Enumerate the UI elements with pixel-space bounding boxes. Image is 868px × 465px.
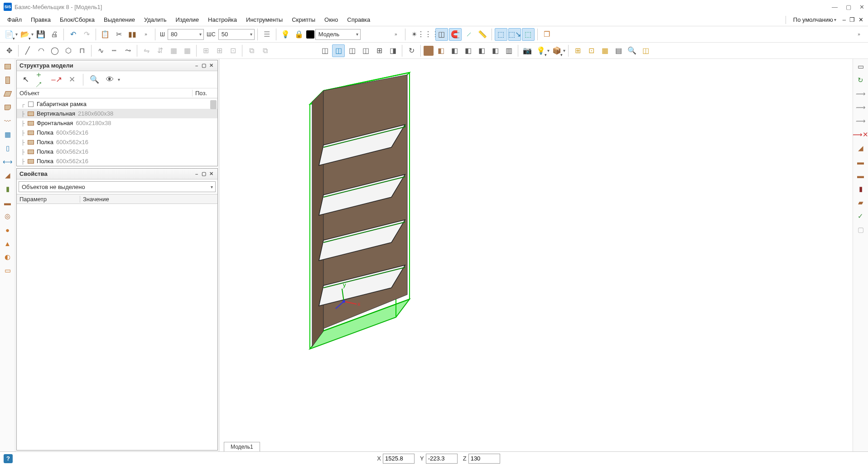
view-combo[interactable]: ⊞ <box>373 44 386 57</box>
menu-scripts[interactable]: Скрипты <box>287 15 320 25</box>
cut-button[interactable]: ✂ <box>112 28 125 41</box>
right-tool-11[interactable]: ▰ <box>855 197 867 208</box>
cube-1[interactable]: ◧ <box>434 44 447 57</box>
toolbar-overflow-2[interactable]: » <box>390 28 402 41</box>
right-tool-9[interactable]: ▬ <box>855 170 867 181</box>
width-input[interactable]: 80 <box>168 29 204 40</box>
facade-icon[interactable]: ▮ <box>2 183 14 195</box>
cube-4[interactable]: ◧ <box>475 44 488 57</box>
material-button[interactable] <box>424 46 434 56</box>
layers-button[interactable]: ☰ <box>260 28 273 41</box>
menu-settings[interactable]: Настройка <box>203 15 241 25</box>
panel-close-icon[interactable]: ✕ <box>207 63 215 68</box>
group-tool[interactable]: ⧉ <box>245 44 258 57</box>
mirror-h[interactable]: ⇋ <box>140 44 153 57</box>
view-tool-3[interactable]: ⬚ <box>522 28 535 41</box>
toolbar-overflow-1[interactable]: » <box>140 28 152 41</box>
print-button[interactable]: 🖨 <box>48 28 61 41</box>
lock-toggle[interactable]: 🔒 <box>293 28 305 41</box>
dashed-tool[interactable]: ┉ <box>108 44 121 57</box>
cube-2[interactable]: ◧ <box>448 44 461 57</box>
hole-icon[interactable]: ◎ <box>2 210 14 222</box>
extrude-icon[interactable]: ◢ <box>2 170 14 181</box>
menu-tools[interactable]: Инструменты <box>241 15 287 25</box>
menu-product[interactable]: Изделие <box>171 15 203 25</box>
toolbar-overflow-3[interactable]: » <box>853 28 865 41</box>
tree-body[interactable]: ┌Габаритная рамка├Вертикальная2180x600x3… <box>17 98 217 166</box>
right-tool-2[interactable]: ↻ <box>855 74 867 86</box>
panel-tool-4[interactable]: ▤ <box>612 44 625 57</box>
view-left[interactable]: ◫ <box>332 44 345 57</box>
doc-minimize-button[interactable]: – <box>843 16 846 23</box>
coord-z-input[interactable] <box>468 454 500 464</box>
circle-tool[interactable]: ◯ <box>48 44 61 57</box>
props-close-icon[interactable]: ✕ <box>207 171 215 177</box>
close-button[interactable]: ✕ <box>859 4 864 10</box>
array-2[interactable]: ⊞ <box>213 44 226 57</box>
copy-button[interactable]: 📋 <box>99 28 111 41</box>
tree-row[interactable]: ├Вертикальная2180x600x38 <box>17 109 217 118</box>
right-tool-7[interactable]: ◢ <box>855 142 867 154</box>
tree-row[interactable]: ├Фронтальная600x2180x38 <box>17 118 217 128</box>
line-tool[interactable]: ╱ <box>21 44 34 57</box>
tree-row[interactable]: ├Полка600x562x16 <box>17 137 217 147</box>
profile-icon[interactable]: ▯ <box>2 142 14 154</box>
door-tool-button[interactable]: ▮▮ <box>126 28 139 41</box>
box-icon[interactable]: ◐ <box>2 251 14 263</box>
panel-f-icon[interactable] <box>2 88 14 100</box>
panel-h-icon[interactable] <box>2 61 14 73</box>
panel-minimize-icon[interactable]: – <box>193 63 200 68</box>
polygon-tool[interactable]: ⬡ <box>62 44 75 57</box>
doc-close-button[interactable]: ✕ <box>858 16 863 23</box>
right-tool-1[interactable]: ▭ <box>855 61 867 73</box>
screw-2-icon[interactable]: ⟿ <box>855 102 867 113</box>
props-restore-icon[interactable]: ▢ <box>200 171 207 177</box>
step-input[interactable]: 50 <box>218 29 255 40</box>
screw-1-icon[interactable]: ⟿ <box>855 88 867 100</box>
menu-delete[interactable]: Удалить <box>140 15 171 25</box>
color-swatch[interactable] <box>306 30 314 39</box>
array-3[interactable]: ⊡ <box>227 44 239 57</box>
tree-row[interactable]: ├Полка600x562x16 <box>17 156 217 166</box>
edge-icon[interactable]: ⟷ <box>2 156 14 168</box>
tree-row[interactable]: ├Полка600x562x16 <box>17 128 217 137</box>
panel-tool-1[interactable]: ⊞ <box>571 44 584 57</box>
panel-tool-3[interactable]: ▦ <box>598 44 611 57</box>
measure-button[interactable]: 📏 <box>476 28 489 41</box>
open-button[interactable]: 📂 <box>19 28 31 41</box>
grid-toggle[interactable]: ⋮⋮⋮ <box>422 28 434 41</box>
curve-tool[interactable]: ∿ <box>94 44 107 57</box>
coord-tool[interactable]: ✥ <box>3 44 15 57</box>
ungroup-tool[interactable]: ⧉ <box>259 44 271 57</box>
maximize-button[interactable]: ▢ <box>846 4 851 10</box>
cube-6[interactable]: ▥ <box>502 44 515 57</box>
undo-button[interactable]: ↶ <box>67 28 79 41</box>
right-tool-13[interactable]: ▢ <box>855 224 867 236</box>
save-button[interactable]: 💾 <box>34 28 47 41</box>
view-tool-2[interactable]: ⬚↘ <box>508 28 521 41</box>
duplicate-button[interactable]: ❐ <box>540 28 553 41</box>
section-icon[interactable]: ▦ <box>2 129 14 140</box>
menu-help[interactable]: Справка <box>342 15 375 25</box>
screw-del-icon[interactable]: ⟿✕ <box>855 129 867 140</box>
bracket-tool[interactable]: ⊓ <box>76 44 88 57</box>
pattern-2[interactable]: ▦ <box>181 44 193 57</box>
tree-add-icon[interactable]: ＋↗ <box>35 73 48 86</box>
view-front[interactable]: ◫ <box>318 44 331 57</box>
array-1[interactable]: ⊞ <box>199 44 212 57</box>
tree-row[interactable]: ┌Габаритная рамка <box>17 99 217 109</box>
magnet-toggle[interactable]: 🧲 <box>449 28 462 41</box>
cone-icon[interactable]: ▲ <box>2 237 14 249</box>
viewport-3d[interactable]: x y Модель1 <box>219 59 853 451</box>
view-top[interactable]: ◫ <box>346 44 358 57</box>
props-selector-combo[interactable]: Объектов не выделено <box>19 181 216 192</box>
panel-tool-2[interactable]: ⊡ <box>585 44 598 57</box>
menu-block[interactable]: Блок/Сборка <box>55 15 99 25</box>
panel-bent-icon[interactable]: 〰 <box>2 115 14 127</box>
light-toggle[interactable]: 💡 <box>279 28 292 41</box>
tree-visibility-icon[interactable]: 👁 <box>103 73 116 86</box>
box-dropdown[interactable]: 📦 <box>550 44 563 57</box>
scheme-dropdown[interactable]: По умолчанию▾ <box>789 15 841 25</box>
rod-icon[interactable]: ▬ <box>2 197 14 208</box>
snap-toggle[interactable]: ◫ <box>435 28 448 41</box>
